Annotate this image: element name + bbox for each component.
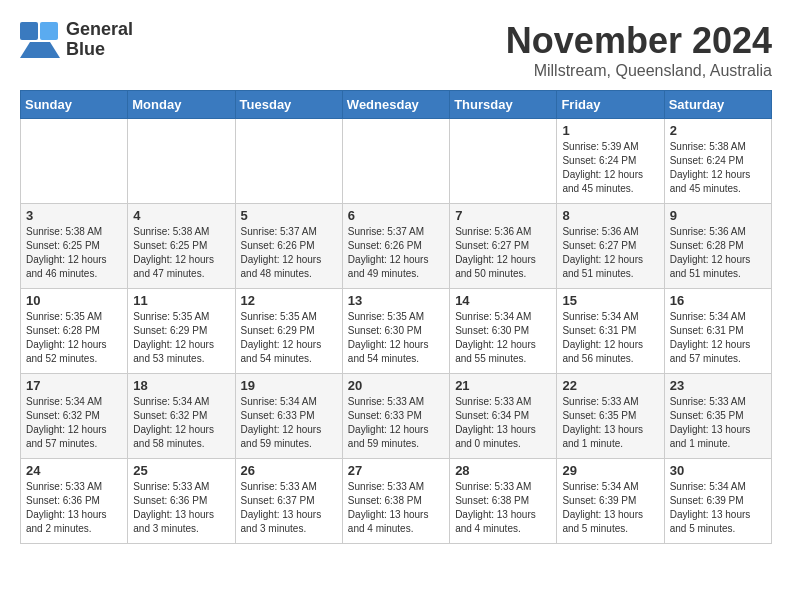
day-number: 27 <box>348 463 444 478</box>
week-row: 24Sunrise: 5:33 AM Sunset: 6:36 PM Dayli… <box>21 459 772 544</box>
day-number: 29 <box>562 463 658 478</box>
week-row: 17Sunrise: 5:34 AM Sunset: 6:32 PM Dayli… <box>21 374 772 459</box>
day-number: 14 <box>455 293 551 308</box>
day-info: Sunrise: 5:34 AM Sunset: 6:31 PM Dayligh… <box>562 310 658 366</box>
calendar-cell: 18Sunrise: 5:34 AM Sunset: 6:32 PM Dayli… <box>128 374 235 459</box>
day-number: 28 <box>455 463 551 478</box>
weekday-header: Wednesday <box>342 91 449 119</box>
calendar-cell: 24Sunrise: 5:33 AM Sunset: 6:36 PM Dayli… <box>21 459 128 544</box>
day-info: Sunrise: 5:33 AM Sunset: 6:36 PM Dayligh… <box>26 480 122 536</box>
day-info: Sunrise: 5:36 AM Sunset: 6:27 PM Dayligh… <box>562 225 658 281</box>
calendar-cell: 25Sunrise: 5:33 AM Sunset: 6:36 PM Dayli… <box>128 459 235 544</box>
day-number: 18 <box>133 378 229 393</box>
day-info: Sunrise: 5:38 AM Sunset: 6:24 PM Dayligh… <box>670 140 766 196</box>
svg-rect-1 <box>40 22 58 40</box>
day-number: 30 <box>670 463 766 478</box>
day-info: Sunrise: 5:34 AM Sunset: 6:39 PM Dayligh… <box>670 480 766 536</box>
day-number: 16 <box>670 293 766 308</box>
calendar-cell: 8Sunrise: 5:36 AM Sunset: 6:27 PM Daylig… <box>557 204 664 289</box>
calendar-cell: 22Sunrise: 5:33 AM Sunset: 6:35 PM Dayli… <box>557 374 664 459</box>
day-number: 9 <box>670 208 766 223</box>
day-number: 22 <box>562 378 658 393</box>
day-info: Sunrise: 5:33 AM Sunset: 6:38 PM Dayligh… <box>455 480 551 536</box>
calendar-cell <box>128 119 235 204</box>
calendar-cell <box>342 119 449 204</box>
day-info: Sunrise: 5:35 AM Sunset: 6:29 PM Dayligh… <box>133 310 229 366</box>
week-row: 3Sunrise: 5:38 AM Sunset: 6:25 PM Daylig… <box>21 204 772 289</box>
day-info: Sunrise: 5:34 AM Sunset: 6:31 PM Dayligh… <box>670 310 766 366</box>
calendar-cell: 19Sunrise: 5:34 AM Sunset: 6:33 PM Dayli… <box>235 374 342 459</box>
day-number: 17 <box>26 378 122 393</box>
day-number: 1 <box>562 123 658 138</box>
day-info: Sunrise: 5:38 AM Sunset: 6:25 PM Dayligh… <box>133 225 229 281</box>
day-info: Sunrise: 5:35 AM Sunset: 6:28 PM Dayligh… <box>26 310 122 366</box>
logo: General Blue <box>20 20 133 60</box>
weekday-header: Thursday <box>450 91 557 119</box>
day-info: Sunrise: 5:37 AM Sunset: 6:26 PM Dayligh… <box>241 225 337 281</box>
calendar-cell: 5Sunrise: 5:37 AM Sunset: 6:26 PM Daylig… <box>235 204 342 289</box>
calendar-cell <box>450 119 557 204</box>
calendar-cell: 9Sunrise: 5:36 AM Sunset: 6:28 PM Daylig… <box>664 204 771 289</box>
day-number: 21 <box>455 378 551 393</box>
day-info: Sunrise: 5:38 AM Sunset: 6:25 PM Dayligh… <box>26 225 122 281</box>
weekday-header: Sunday <box>21 91 128 119</box>
calendar-cell: 14Sunrise: 5:34 AM Sunset: 6:30 PM Dayli… <box>450 289 557 374</box>
day-number: 2 <box>670 123 766 138</box>
calendar-cell: 6Sunrise: 5:37 AM Sunset: 6:26 PM Daylig… <box>342 204 449 289</box>
calendar-cell: 27Sunrise: 5:33 AM Sunset: 6:38 PM Dayli… <box>342 459 449 544</box>
day-number: 26 <box>241 463 337 478</box>
week-row: 1Sunrise: 5:39 AM Sunset: 6:24 PM Daylig… <box>21 119 772 204</box>
day-number: 25 <box>133 463 229 478</box>
day-info: Sunrise: 5:33 AM Sunset: 6:35 PM Dayligh… <box>562 395 658 451</box>
calendar-cell: 2Sunrise: 5:38 AM Sunset: 6:24 PM Daylig… <box>664 119 771 204</box>
title-section: November 2024 Millstream, Queensland, Au… <box>506 20 772 80</box>
day-number: 5 <box>241 208 337 223</box>
calendar-cell: 7Sunrise: 5:36 AM Sunset: 6:27 PM Daylig… <box>450 204 557 289</box>
day-info: Sunrise: 5:33 AM Sunset: 6:34 PM Dayligh… <box>455 395 551 451</box>
day-number: 7 <box>455 208 551 223</box>
calendar-cell: 3Sunrise: 5:38 AM Sunset: 6:25 PM Daylig… <box>21 204 128 289</box>
calendar-cell: 23Sunrise: 5:33 AM Sunset: 6:35 PM Dayli… <box>664 374 771 459</box>
day-info: Sunrise: 5:37 AM Sunset: 6:26 PM Dayligh… <box>348 225 444 281</box>
day-info: Sunrise: 5:39 AM Sunset: 6:24 PM Dayligh… <box>562 140 658 196</box>
calendar-cell: 21Sunrise: 5:33 AM Sunset: 6:34 PM Dayli… <box>450 374 557 459</box>
calendar-cell: 15Sunrise: 5:34 AM Sunset: 6:31 PM Dayli… <box>557 289 664 374</box>
day-number: 3 <box>26 208 122 223</box>
calendar-cell: 17Sunrise: 5:34 AM Sunset: 6:32 PM Dayli… <box>21 374 128 459</box>
day-number: 13 <box>348 293 444 308</box>
svg-rect-0 <box>20 22 38 40</box>
calendar-subtitle: Millstream, Queensland, Australia <box>506 62 772 80</box>
calendar-title: November 2024 <box>506 20 772 62</box>
day-number: 10 <box>26 293 122 308</box>
day-info: Sunrise: 5:36 AM Sunset: 6:27 PM Dayligh… <box>455 225 551 281</box>
logo-icon <box>20 22 60 58</box>
weekday-header: Saturday <box>664 91 771 119</box>
day-number: 24 <box>26 463 122 478</box>
calendar-cell: 11Sunrise: 5:35 AM Sunset: 6:29 PM Dayli… <box>128 289 235 374</box>
calendar-table: SundayMondayTuesdayWednesdayThursdayFrid… <box>20 90 772 544</box>
weekday-header-row: SundayMondayTuesdayWednesdayThursdayFrid… <box>21 91 772 119</box>
day-info: Sunrise: 5:35 AM Sunset: 6:29 PM Dayligh… <box>241 310 337 366</box>
calendar-cell: 13Sunrise: 5:35 AM Sunset: 6:30 PM Dayli… <box>342 289 449 374</box>
day-number: 15 <box>562 293 658 308</box>
day-info: Sunrise: 5:34 AM Sunset: 6:33 PM Dayligh… <box>241 395 337 451</box>
calendar-cell: 28Sunrise: 5:33 AM Sunset: 6:38 PM Dayli… <box>450 459 557 544</box>
day-info: Sunrise: 5:33 AM Sunset: 6:33 PM Dayligh… <box>348 395 444 451</box>
calendar-cell: 30Sunrise: 5:34 AM Sunset: 6:39 PM Dayli… <box>664 459 771 544</box>
calendar-cell <box>21 119 128 204</box>
day-number: 20 <box>348 378 444 393</box>
logo-name: General <box>66 20 133 40</box>
calendar-cell: 29Sunrise: 5:34 AM Sunset: 6:39 PM Dayli… <box>557 459 664 544</box>
day-number: 6 <box>348 208 444 223</box>
svg-marker-2 <box>20 42 60 58</box>
calendar-cell: 1Sunrise: 5:39 AM Sunset: 6:24 PM Daylig… <box>557 119 664 204</box>
weekday-header: Monday <box>128 91 235 119</box>
day-info: Sunrise: 5:34 AM Sunset: 6:32 PM Dayligh… <box>133 395 229 451</box>
weekday-header: Friday <box>557 91 664 119</box>
calendar-cell <box>235 119 342 204</box>
day-number: 8 <box>562 208 658 223</box>
calendar-cell: 4Sunrise: 5:38 AM Sunset: 6:25 PM Daylig… <box>128 204 235 289</box>
day-info: Sunrise: 5:33 AM Sunset: 6:37 PM Dayligh… <box>241 480 337 536</box>
day-info: Sunrise: 5:35 AM Sunset: 6:30 PM Dayligh… <box>348 310 444 366</box>
day-info: Sunrise: 5:34 AM Sunset: 6:32 PM Dayligh… <box>26 395 122 451</box>
